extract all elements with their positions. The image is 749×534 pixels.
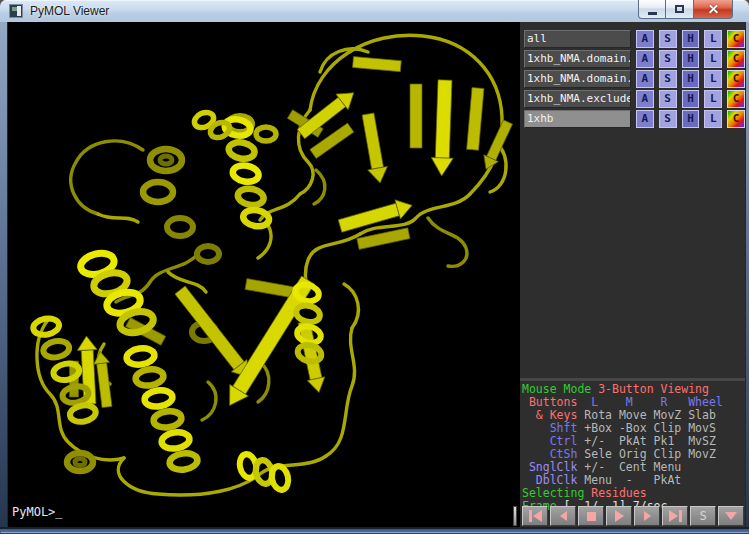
object-name[interactable]: 1xhb_NMA.domain. — [524, 50, 631, 68]
playback-controls: S — [522, 506, 744, 526]
object-row: 1xhb_NMA.domain. A S H L C — [524, 50, 745, 68]
action-button[interactable]: A — [636, 50, 654, 68]
play-button[interactable] — [606, 506, 632, 526]
hide-button[interactable]: H — [682, 110, 700, 128]
step-forward-button[interactable] — [634, 506, 660, 526]
object-name[interactable]: all — [524, 30, 631, 48]
scene-button-label: S — [699, 509, 706, 523]
object-list: all A S H L C 1xhb_NMA.domain. A S H L C… — [520, 30, 745, 130]
window-frame-left — [0, 22, 8, 534]
window-frame-right — [745, 22, 749, 534]
hide-button[interactable]: H — [682, 90, 700, 108]
object-row: 1xhb_NMA.exclude A S H L C — [524, 90, 745, 108]
step-back-icon — [560, 511, 567, 521]
color-button[interactable]: C — [727, 90, 745, 108]
action-button[interactable]: A — [636, 70, 654, 88]
maximize-button[interactable] — [666, 0, 693, 19]
object-name[interactable]: 1xhb_NMA.exclude — [524, 90, 631, 108]
action-button[interactable]: A — [636, 90, 654, 108]
pymol-app-icon[interactable] — [9, 4, 23, 18]
menu-down-icon — [725, 512, 737, 520]
object-name[interactable]: 1xhb_NMA.domain. — [524, 70, 631, 88]
label-button[interactable]: L — [704, 110, 722, 128]
stop-button[interactable] — [578, 506, 604, 526]
playback-grip[interactable] — [513, 506, 517, 526]
stop-icon — [587, 512, 596, 521]
scene-button[interactable]: S — [690, 506, 716, 526]
control-panel: all A S H L C 1xhb_NMA.domain. A S H L C… — [520, 22, 745, 527]
titlebar[interactable]: PyMOL Viewer — [0, 0, 749, 22]
object-row-all: all A S H L C — [524, 30, 745, 48]
window-controls — [638, 0, 733, 19]
hide-button[interactable]: H — [682, 50, 700, 68]
object-row-selected: 1xhb A S H L C — [524, 110, 745, 128]
skip-to-start-icon — [529, 510, 532, 522]
show-button[interactable]: S — [659, 110, 677, 128]
show-button[interactable]: S — [659, 70, 677, 88]
skip-to-start-icon — [533, 510, 542, 522]
pymol-window: PyMOL Viewer — [0, 0, 749, 534]
hide-button[interactable]: H — [682, 70, 700, 88]
label-button[interactable]: L — [704, 30, 722, 48]
show-button[interactable]: S — [659, 90, 677, 108]
label-button[interactable]: L — [704, 50, 722, 68]
skip-to-start-button[interactable] — [522, 506, 548, 526]
window-frame-bottom — [0, 527, 749, 534]
minimize-icon — [648, 12, 657, 15]
skip-to-end-icon — [679, 510, 682, 522]
object-name[interactable]: 1xhb — [524, 110, 631, 128]
object-row: 1xhb_NMA.domain. A S H L C — [524, 70, 745, 88]
minimize-button[interactable] — [638, 0, 666, 19]
molecule-canvas[interactable] — [8, 22, 520, 527]
mouse-mode-panel: Mouse Mode 3-Button Viewing Buttons L M … — [522, 383, 745, 513]
protein-loops — [37, 35, 506, 495]
close-icon — [708, 4, 719, 15]
play-icon — [615, 510, 624, 522]
panel-divider — [520, 378, 745, 381]
gl-viewport[interactable]: PyMOL>_ — [8, 22, 520, 527]
step-forward-icon — [644, 511, 651, 521]
color-button[interactable]: C — [727, 30, 745, 48]
hide-button[interactable]: H — [682, 30, 700, 48]
command-prompt[interactable]: PyMOL>_ — [12, 505, 63, 519]
action-button[interactable]: A — [636, 30, 654, 48]
label-button[interactable]: L — [704, 70, 722, 88]
color-button[interactable]: C — [727, 50, 745, 68]
action-button[interactable]: A — [636, 110, 654, 128]
window-title: PyMOL Viewer — [30, 4, 109, 18]
playback-menu-button[interactable] — [718, 506, 744, 526]
step-back-button[interactable] — [550, 506, 576, 526]
skip-to-end-icon — [669, 510, 678, 522]
maximize-icon — [675, 5, 684, 13]
show-button[interactable]: S — [659, 50, 677, 68]
show-button[interactable]: S — [659, 30, 677, 48]
color-button[interactable]: C — [727, 110, 745, 128]
skip-to-end-button[interactable] — [662, 506, 688, 526]
label-button[interactable]: L — [704, 90, 722, 108]
close-button[interactable] — [693, 0, 733, 19]
color-button[interactable]: C — [727, 70, 745, 88]
